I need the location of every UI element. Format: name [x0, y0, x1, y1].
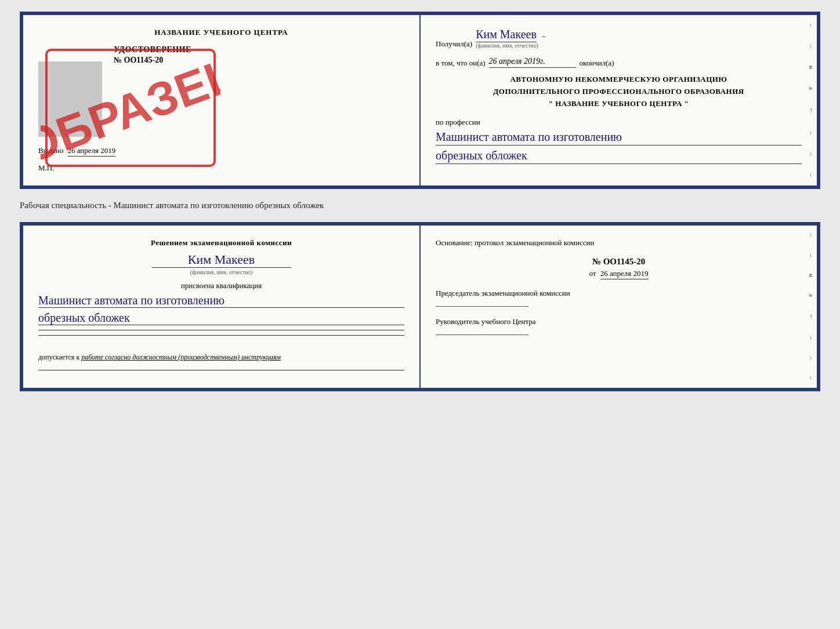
prisvoena-label: присвоена квалификация [38, 281, 404, 290]
top-left-panel: НАЗВАНИЕ УЧЕБНОГО ЦЕНТРА ОБРАЗЕЦ УДОСТОВ… [23, 15, 421, 186]
bottom-left-panel: Решением экзаменационной комиссии Ким Ма… [23, 226, 421, 388]
recipient-name: Ким Макеев [476, 28, 537, 42]
org-line2: ДОПОЛНИТЕЛЬНОГО ПРОФЕССИОНАЛЬНОГО ОБРАЗО… [436, 86, 802, 98]
obrazec-stamp: ОБРАЗЕЦ [41, 44, 220, 172]
protocol-number: № OO1145-20 [436, 257, 802, 267]
qual-line2: обрезных обложек [38, 311, 404, 325]
chairman-label: Председатель экзаменационной комиссии [436, 289, 802, 298]
chairman-block: Председатель экзаменационной комиссии [436, 289, 802, 307]
poluchil-row: Получил(а) Ким Макеев (фамилия, имя, отч… [436, 28, 802, 49]
middle-caption: Рабочая специальность - Машинист автомат… [20, 199, 820, 212]
vtom-row: в том, что он(а) 26 апреля 2019г. окончи… [436, 57, 802, 68]
osnovanie-block: Основание: протокол экзаменационной коми… [436, 238, 802, 248]
dopuskaetsya-block: допускается к работе согласно должностны… [38, 353, 404, 362]
rukovoditel-sig-line [436, 335, 528, 335]
bottom-right-panel: Основание: протокол экзаменационной коми… [421, 226, 817, 388]
po-professii-label: по профессии [436, 118, 802, 127]
org-block: АВТОНОМНУЮ НЕКОММЕРЧЕСКУЮ ОРГАНИЗАЦИЮ ДО… [436, 74, 802, 110]
org-line1: АВТОНОМНУЮ НЕКОММЕРЧЕСКУЮ ОРГАНИЗАЦИЮ [436, 74, 802, 86]
poluchil-prefix: Получил(а) [436, 39, 472, 49]
edge-marks-bottom: – – и а ← – – – [806, 226, 817, 388]
recipient-name-block: Ким Макеев (фамилия, имя, отчество) [476, 28, 538, 49]
bottom-document: Решением экзаменационной комиссии Ким Ма… [20, 222, 820, 391]
bottom-name: Ким Макеев [152, 252, 291, 268]
okonchil-label: окончил(а) [580, 59, 614, 68]
vtom-date: 26 апреля 2019г. [489, 57, 576, 68]
dopuskaetsya-text: работе согласно должностным (производств… [81, 353, 281, 361]
ot-date: от 26 апреля 2019 [436, 269, 802, 278]
profession-line1: Машинист автомата по изготовлению [436, 130, 802, 146]
top-right-panel: Получил(а) Ким Макеев (фамилия, имя, отч… [421, 15, 817, 186]
school-title-top: НАЗВАНИЕ УЧЕБНОГО ЦЕНТРА [38, 28, 404, 37]
underline3 [38, 370, 404, 370]
ot-date-value: 26 апреля 2019 [600, 269, 649, 279]
rukovoditel-label: Руководитель учебного Центра [436, 317, 802, 326]
dash-after-name: – [542, 31, 546, 49]
osnovanie-label: Основание: протокол экзаменационной коми… [436, 238, 802, 248]
underline2 [38, 335, 404, 336]
bottom-name-sublabel: (фамилия, имя, отчество) [38, 269, 404, 275]
top-document: НАЗВАНИЕ УЧЕБНОГО ЦЕНТРА ОБРАЗЕЦ УДОСТОВ… [20, 12, 820, 189]
org-line3: " НАЗВАНИЕ УЧЕБНОГО ЦЕНТРА " [436, 98, 802, 110]
qual-line1: Машинист автомата по изготовлению [38, 294, 404, 308]
rukovoditel-block: Руководитель учебного Центра [436, 317, 802, 335]
resheniem-label: Решением экзаменационной комиссии [38, 238, 404, 248]
vtom-prefix: в том, что он(а) [436, 59, 486, 68]
ot-prefix: от [589, 269, 596, 278]
resheniem-block: Решением экзаменационной комиссии [38, 238, 404, 248]
profession-line2: обрезных обложек [436, 149, 802, 164]
edge-marks-top: – – и а ← – – – [806, 15, 817, 186]
svg-text:ОБРАЗЕЦ: ОБРАЗЕЦ [41, 46, 220, 172]
dopuskaetsya-prefix: допускается к [38, 353, 79, 361]
underline1 [38, 330, 404, 330]
recipient-sublabel: (фамилия, имя, отчество) [476, 42, 538, 49]
chairman-sig-line [436, 306, 528, 307]
